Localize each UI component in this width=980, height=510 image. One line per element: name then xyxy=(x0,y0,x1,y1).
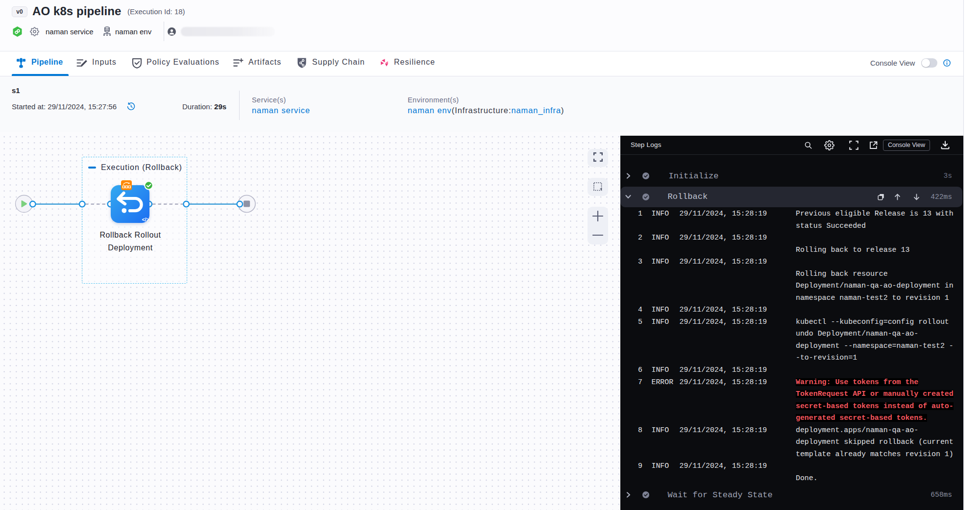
svg-text:</>: </> xyxy=(142,217,149,222)
